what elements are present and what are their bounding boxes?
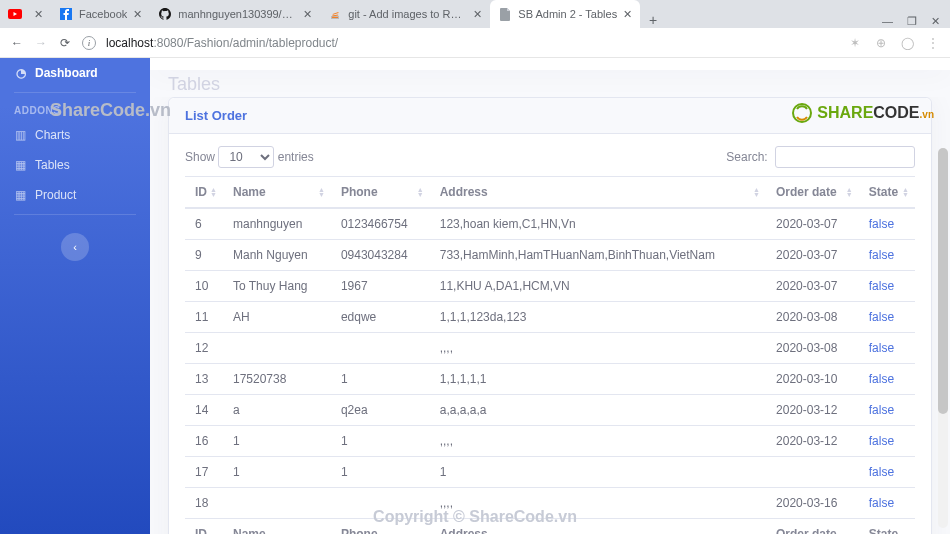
page-heading: Tables xyxy=(150,70,950,97)
cell-state[interactable]: false xyxy=(859,364,915,395)
table-row: 12,,,,2020-03-08false xyxy=(185,333,915,364)
url-display[interactable]: localhost:8080/Fashion/admin/tableproduc… xyxy=(106,36,338,50)
window-close[interactable]: ✕ xyxy=(931,15,940,28)
toolbar-icon[interactable]: ⊕ xyxy=(874,36,888,50)
close-icon[interactable]: ✕ xyxy=(34,8,43,21)
nav-forward-icon[interactable]: → xyxy=(34,36,48,50)
tab-title: git - Add images to README.md xyxy=(348,8,467,20)
cell-state[interactable]: false xyxy=(859,208,915,240)
cell-phone: 1 xyxy=(331,364,430,395)
cell-id: 11 xyxy=(185,302,223,333)
cell-name xyxy=(223,333,331,364)
sidebar-item-product[interactable]: ▦ Product xyxy=(0,180,150,210)
close-icon[interactable]: ✕ xyxy=(133,8,142,21)
cell-phone xyxy=(331,333,430,364)
cell-date: 2020-03-07 xyxy=(766,208,859,240)
sidebar-item-tables[interactable]: ▦ Tables xyxy=(0,150,150,180)
datatable-search: Search: xyxy=(726,146,915,168)
cell-state[interactable]: false xyxy=(859,302,915,333)
cell-name: Manh Nguyen xyxy=(223,240,331,271)
table-row: 1611,,,,2020-03-12false xyxy=(185,426,915,457)
youtube-icon xyxy=(8,7,22,21)
sidebar-collapse-button[interactable]: ‹ xyxy=(61,233,89,261)
toolbar-icon[interactable]: ✶ xyxy=(848,36,862,50)
table-row: 6manhnguyen0123466754123,hoan kiem,C1,HN… xyxy=(185,208,915,240)
sort-icon: ▲▼ xyxy=(318,187,325,197)
column-header[interactable]: Address▲▼ xyxy=(430,177,766,209)
sidebar-item-dashboard[interactable]: ◔ Dashboard xyxy=(0,58,150,88)
tab-title: manhnguyen130399/WebSpring xyxy=(178,8,297,20)
browser-tab[interactable]: Facebook ✕ xyxy=(51,0,150,28)
length-select[interactable]: 10 xyxy=(218,146,274,168)
cell-name: To Thuy Hang xyxy=(223,271,331,302)
browser-tab[interactable]: ✕ xyxy=(0,0,51,28)
sidebar-heading: ADDONS xyxy=(0,97,150,120)
card-title: List Order xyxy=(169,98,931,134)
column-header[interactable]: State▲▼ xyxy=(859,177,915,209)
cell-date: 2020-03-08 xyxy=(766,333,859,364)
sidebar: ◔ Dashboard ADDONS ▥ Charts ▦ Tables ▦ P… xyxy=(0,58,150,534)
cell-state[interactable]: false xyxy=(859,240,915,271)
facebook-icon xyxy=(59,7,73,21)
browser-tab-strip: ✕ Facebook ✕ manhnguyen130399/WebSpring … xyxy=(0,0,950,28)
close-icon[interactable]: ✕ xyxy=(303,8,312,21)
cell-phone xyxy=(331,488,430,519)
browser-tab[interactable]: manhnguyen130399/WebSpring ✕ xyxy=(150,0,320,28)
column-footer: State xyxy=(859,519,915,535)
sort-icon: ▲▼ xyxy=(753,187,760,197)
table-row: 131752073811,1,1,1,12020-03-10false xyxy=(185,364,915,395)
cell-state[interactable]: false xyxy=(859,395,915,426)
cell-address: ,,,, xyxy=(430,426,766,457)
cell-date xyxy=(766,457,859,488)
profile-icon[interactable]: ◯ xyxy=(900,36,914,50)
cell-name: 1 xyxy=(223,426,331,457)
column-header[interactable]: Order date▲▼ xyxy=(766,177,859,209)
vertical-scrollbar[interactable] xyxy=(938,148,948,528)
cell-address: 1 xyxy=(430,457,766,488)
browser-tab-active[interactable]: SB Admin 2 - Tables ✕ xyxy=(490,0,640,28)
cell-name: 1 xyxy=(223,457,331,488)
nav-reload-icon[interactable]: ⟳ xyxy=(58,36,72,50)
cell-state[interactable]: false xyxy=(859,457,915,488)
cell-name: 17520738 xyxy=(223,364,331,395)
table-row: 18,,,,2020-03-16false xyxy=(185,488,915,519)
cell-address: ,,,, xyxy=(430,333,766,364)
site-info-icon[interactable]: i xyxy=(82,36,96,50)
browser-tab[interactable]: git - Add images to README.md ✕ xyxy=(320,0,490,28)
cell-date: 2020-03-07 xyxy=(766,240,859,271)
window-restore[interactable]: ❐ xyxy=(907,15,917,28)
table-row: 17111false xyxy=(185,457,915,488)
column-header[interactable]: Name▲▼ xyxy=(223,177,331,209)
nav-back-icon[interactable]: ← xyxy=(10,36,24,50)
sidebar-item-label: Charts xyxy=(35,128,70,142)
cell-date: 2020-03-08 xyxy=(766,302,859,333)
new-tab-button[interactable]: + xyxy=(640,12,666,28)
sidebar-item-charts[interactable]: ▥ Charts xyxy=(0,120,150,150)
cell-address: a,a,a,a,a xyxy=(430,395,766,426)
svg-rect-3 xyxy=(332,17,338,18)
search-input[interactable] xyxy=(775,146,915,168)
cell-phone: 1 xyxy=(331,457,430,488)
column-footer: Name xyxy=(223,519,331,535)
cell-state[interactable]: false xyxy=(859,333,915,364)
cell-address: 1,1,1,123da,123 xyxy=(430,302,766,333)
column-header[interactable]: Phone▲▼ xyxy=(331,177,430,209)
table-icon: ▦ xyxy=(14,158,27,172)
table-row: 10To Thuy Hang196711,KHU A,DA1,HCM,VN202… xyxy=(185,271,915,302)
cell-phone: edqwe xyxy=(331,302,430,333)
cell-date: 2020-03-07 xyxy=(766,271,859,302)
column-header[interactable]: ID▲▼ xyxy=(185,177,223,209)
cell-phone: 0943043284 xyxy=(331,240,430,271)
sidebar-item-label: Tables xyxy=(35,158,70,172)
close-icon[interactable]: ✕ xyxy=(473,8,482,21)
menu-icon[interactable]: ⋮ xyxy=(926,36,940,50)
cell-state[interactable]: false xyxy=(859,488,915,519)
cell-id: 12 xyxy=(185,333,223,364)
topbar xyxy=(150,58,950,70)
cell-state[interactable]: false xyxy=(859,271,915,302)
cell-state[interactable]: false xyxy=(859,426,915,457)
table-icon: ▦ xyxy=(14,188,27,202)
cell-id: 17 xyxy=(185,457,223,488)
close-icon[interactable]: ✕ xyxy=(623,8,632,21)
window-minimize[interactable]: — xyxy=(882,15,893,28)
